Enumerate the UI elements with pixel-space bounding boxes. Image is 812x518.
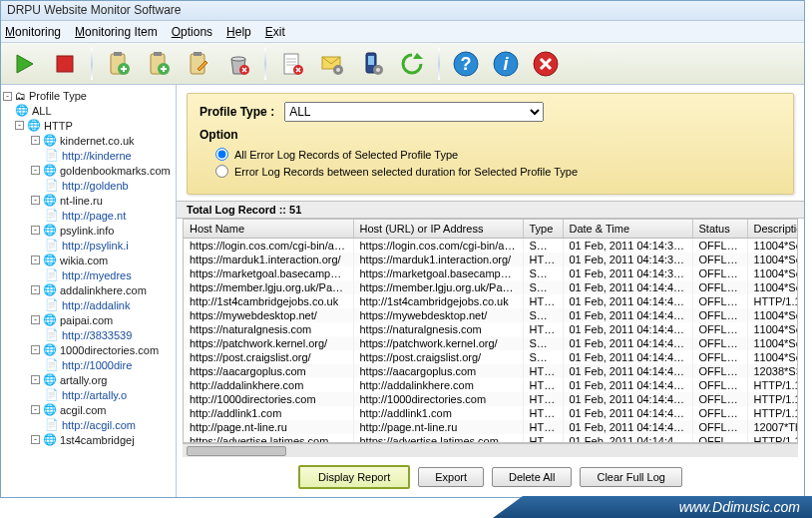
delete-all-button[interactable]: Delete All (492, 467, 572, 487)
tree-host[interactable]: goldenbookmarks.com (60, 165, 171, 177)
tree-url[interactable]: http://kinderne (62, 150, 132, 162)
trash-icon[interactable] (220, 46, 256, 82)
menu-help[interactable]: Help (226, 25, 251, 39)
table-row[interactable]: https://aacargoplus.comhttps://aacargopl… (184, 364, 798, 378)
tree-host[interactable]: paipai.com (60, 314, 113, 326)
svg-marker-21 (413, 53, 423, 59)
globe-icon: 🌐 (43, 254, 57, 266)
table-row[interactable]: http://addlink1.comhttp://addlink1.comHT… (184, 406, 798, 420)
globe-icon: 🌐 (43, 283, 57, 296)
table-row[interactable]: https://marketgoal.basecamphq.comhttps:/… (184, 266, 798, 280)
phone-settings-icon[interactable] (354, 46, 390, 82)
tree-url[interactable]: http://goldenb (62, 180, 129, 192)
tree-host[interactable]: addalinkhere.com (60, 284, 147, 296)
table-row[interactable]: https://post.craigslist.org/https://post… (184, 350, 798, 364)
tree-host[interactable]: artally.org (60, 374, 107, 386)
refresh-icon[interactable] (394, 46, 430, 82)
table-row[interactable]: http://1st4cambridgejobs.co.ukhttp://1st… (184, 294, 798, 308)
radio-all-records[interactable]: All Error Log Records of Selected Profil… (215, 148, 781, 161)
collapse-icon[interactable]: - (31, 166, 40, 175)
page-icon: 📄 (45, 179, 59, 192)
menu-monitoring[interactable]: Monitoring (5, 25, 61, 39)
clipboard-add2-icon[interactable] (141, 46, 177, 82)
column-header[interactable]: Host Name (184, 220, 353, 239)
table-row[interactable]: https://member.lgju.org.uk/Pages/defa...… (184, 280, 798, 294)
page-icon: 📄 (45, 388, 59, 401)
svg-point-20 (376, 68, 380, 72)
profile-type-label: Profile Type : (200, 105, 274, 119)
page-icon: 📄 (45, 328, 59, 341)
globe-icon: 🌐 (27, 119, 41, 132)
close-icon[interactable] (528, 46, 564, 82)
svg-rect-18 (368, 56, 374, 65)
tree-url[interactable]: http://1000dire (62, 359, 132, 371)
collapse-icon[interactable]: - (3, 92, 12, 101)
collapse-icon[interactable]: - (31, 315, 40, 324)
menu-monitoring-item[interactable]: Monitoring Item (75, 25, 158, 39)
tree-url[interactable]: http://3833539 (62, 329, 132, 341)
collapse-icon[interactable]: - (31, 435, 40, 444)
table-row[interactable]: http://page.nt-line.ruhttp://page.nt-lin… (184, 420, 798, 434)
menu-exit[interactable]: Exit (265, 25, 285, 39)
tree-url[interactable]: http://artally.o (62, 389, 127, 401)
log-grid[interactable]: Host NameHost (URL) or IP AddressTypeDat… (183, 219, 798, 443)
help-icon[interactable]: ? (448, 46, 484, 82)
stop-button[interactable] (47, 46, 83, 82)
tree-url[interactable]: http://addalink (62, 299, 131, 311)
scrollbar-thumb[interactable] (187, 446, 286, 456)
globe-icon: 🌐 (43, 433, 57, 446)
tree-host[interactable]: kindernet.co.uk (60, 135, 135, 147)
column-header[interactable]: Type (523, 220, 563, 239)
profile-tree[interactable]: -🗂Profile Type 🌐ALL -🌐HTTP -🌐kindernet.c… (1, 85, 177, 497)
collapse-icon[interactable]: - (31, 405, 40, 414)
menu-options[interactable]: Options (172, 25, 212, 39)
radio-duration-records[interactable]: Error Log Records between selected durat… (215, 165, 781, 178)
collapse-icon[interactable]: - (15, 121, 24, 130)
collapse-icon[interactable]: - (31, 256, 40, 264)
table-row[interactable]: https://advertise.latimes.comhttps://adv… (184, 434, 798, 443)
tree-url[interactable]: http://psylink.i (62, 240, 129, 252)
profile-type-select[interactable]: ALL (284, 102, 544, 122)
table-row[interactable]: https://naturalgnesis.comhttps://natural… (184, 322, 798, 336)
horizontal-scrollbar[interactable] (183, 443, 798, 457)
collapse-icon[interactable]: - (31, 226, 40, 235)
table-row[interactable]: https://patchwork.kernel.org/https://pat… (184, 336, 798, 350)
collapse-icon[interactable]: - (31, 375, 40, 384)
collapse-icon[interactable]: - (31, 136, 40, 145)
tree-host[interactable]: nt-line.ru (60, 195, 103, 207)
document-delete-icon[interactable] (274, 46, 310, 82)
svg-text:?: ? (461, 54, 472, 74)
column-header[interactable]: Status (692, 220, 747, 239)
column-header[interactable]: Date & Time (563, 220, 692, 239)
collapse-icon[interactable]: - (31, 196, 40, 205)
tree-url[interactable]: http://myedres (62, 269, 132, 281)
tree-url[interactable]: http://acgil.com (62, 419, 136, 431)
tree-host[interactable]: psylink.info (60, 225, 114, 237)
table-row[interactable]: https://login.cos.com/cgi-bin/accounthtt… (184, 239, 798, 254)
tree-host[interactable]: acgil.com (60, 404, 106, 416)
table-row[interactable]: http://addalinkhere.comhttp://addalinkhe… (184, 378, 798, 392)
display-report-button[interactable]: Display Report (298, 465, 410, 489)
table-row[interactable]: http://1000directories.comhttp://1000dir… (184, 392, 798, 406)
tree-host[interactable]: wikia.com (60, 255, 108, 266)
collapse-icon[interactable]: - (31, 345, 40, 354)
column-header[interactable]: Description (747, 220, 798, 239)
globe-icon: 🌐 (43, 134, 57, 147)
mail-settings-icon[interactable] (314, 46, 350, 82)
clear-full-log-button[interactable]: Clear Full Log (580, 467, 681, 487)
svg-rect-9 (194, 52, 202, 56)
clipboard-edit-icon[interactable] (181, 46, 216, 82)
tree-url[interactable]: http://page.nt (62, 210, 126, 222)
table-row[interactable]: https://marduk1.interaction.org/https://… (184, 253, 798, 266)
tree-host[interactable]: 1st4cambridgej (60, 434, 135, 446)
info-icon[interactable]: i (488, 46, 524, 82)
play-button[interactable] (7, 46, 43, 82)
svg-rect-3 (114, 52, 122, 56)
table-row[interactable]: https://mywebdesktop.net/https://mywebde… (184, 308, 798, 322)
tree-host[interactable]: 1000directories.com (60, 344, 159, 356)
column-header[interactable]: Host (URL) or IP Address (353, 220, 523, 239)
page-icon: 📄 (45, 358, 59, 371)
clipboard-add-icon[interactable] (101, 46, 137, 82)
collapse-icon[interactable]: - (31, 285, 40, 294)
export-button[interactable]: Export (418, 467, 484, 487)
